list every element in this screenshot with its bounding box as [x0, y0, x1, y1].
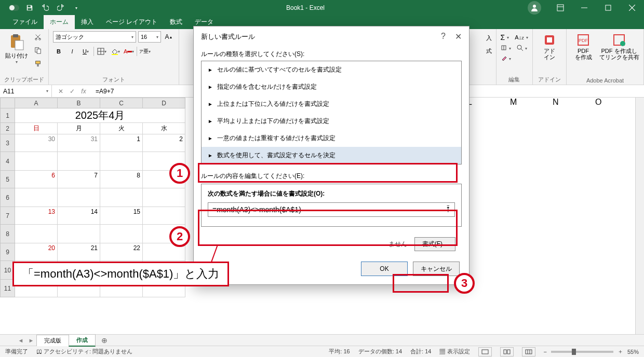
cell-A6[interactable] — [15, 188, 58, 207]
fx-icon[interactable]: fx — [78, 88, 89, 95]
formula-input-field[interactable] — [208, 202, 455, 217]
status-accessibility[interactable]: 🕮 アクセシビリティ: 問題ありません — [36, 348, 132, 355]
border-button[interactable]: ▾ — [96, 46, 108, 57]
col-header-n[interactable]: N — [553, 98, 595, 107]
format-button[interactable]: 書式(F)... — [414, 237, 455, 251]
tab-formulas[interactable]: 数式 — [164, 15, 189, 29]
cell-C7[interactable]: 15 — [100, 207, 143, 225]
enter-formula-icon[interactable]: ✓ — [66, 88, 78, 95]
undo-icon[interactable] — [38, 2, 52, 13]
col-header-o[interactable]: O — [595, 98, 626, 107]
fill-color-button[interactable]: ▾ — [110, 46, 121, 57]
cell-B8[interactable] — [58, 225, 100, 243]
zoom-level[interactable]: 55% — [627, 349, 639, 355]
autosum-icon[interactable]: Σ — [501, 33, 505, 42]
select-all-corner[interactable] — [1, 98, 15, 108]
cell-C3[interactable]: 1 — [100, 134, 143, 152]
dialog-help-button[interactable]: ? — [441, 32, 446, 42]
rule-item-unique-dup[interactable]: ►一意の値または重複する値だけを書式設定 — [202, 130, 461, 147]
range-picker-icon[interactable]: ⭱ — [445, 204, 452, 213]
col-header-d[interactable]: D — [143, 98, 185, 108]
name-box[interactable]: A11▾ — [0, 85, 52, 97]
cell-B9[interactable]: 21 — [58, 243, 100, 261]
cell-D6[interactable] — [143, 188, 185, 207]
display-settings-button[interactable]: ▦ 表示設定 — [439, 348, 469, 355]
cell-C8[interactable] — [100, 225, 143, 243]
cell-C6[interactable] — [100, 188, 143, 207]
cell-C9[interactable]: 22 — [100, 243, 143, 261]
format-painter-icon[interactable] — [32, 58, 44, 70]
cell-D3[interactable]: 2 — [143, 134, 185, 152]
save-icon[interactable] — [23, 2, 36, 13]
redo-icon[interactable] — [54, 2, 68, 13]
format-partial[interactable]: 式 — [486, 47, 492, 55]
maximize-button[interactable] — [596, 0, 620, 16]
page-layout-view-button[interactable] — [500, 347, 514, 356]
tab-file[interactable]: ファイル — [6, 15, 44, 29]
rule-item-top-bottom[interactable]: ►上位または下位に入る値だけを書式設定 — [202, 95, 461, 113]
col-header-a[interactable]: A — [15, 98, 58, 108]
cancel-button[interactable]: キャンセル — [413, 262, 460, 276]
fill-icon[interactable] — [501, 45, 507, 52]
italic-button[interactable]: I — [66, 46, 78, 57]
ok-button[interactable]: OK — [361, 262, 408, 276]
find-icon[interactable] — [517, 45, 523, 52]
rule-item-formula[interactable]: ►数式を使用して、書式設定するセルを決定 — [202, 147, 461, 164]
zoom-out-button[interactable]: − — [544, 349, 547, 355]
font-color-button[interactable]: A▾ — [123, 46, 135, 57]
font-size-combo[interactable]: 16▾ — [138, 31, 161, 43]
create-pdf-button[interactable]: PDF PDF を作成 — [571, 31, 596, 62]
rule-item-average[interactable]: ►平均より上または下の値だけを書式設定 — [202, 113, 461, 130]
cell-B6[interactable] — [58, 188, 100, 207]
row-header-7[interactable]: 7 — [1, 207, 15, 225]
cell-D7[interactable] — [143, 207, 185, 225]
sheet-nav-prev[interactable]: ◄ — [16, 337, 26, 344]
tab-page-layout[interactable]: ページ レイアウト — [100, 15, 164, 29]
sort-filter-icon[interactable]: A↓Z — [515, 34, 524, 40]
cell-C4[interactable] — [100, 152, 143, 171]
cell-B3[interactable]: 31 — [58, 134, 100, 152]
rule-item-contains[interactable]: ►指定の値を含むセルだけを書式設定 — [202, 78, 461, 95]
font-name-combo[interactable]: 游ゴシック▾ — [53, 31, 136, 43]
ribbon-display-icon[interactable] — [548, 0, 572, 16]
cell-A7[interactable]: 13 — [15, 207, 58, 225]
sheet-tab-completed[interactable]: 完成版 — [36, 335, 69, 346]
rule-item-cell-value[interactable]: ►セルの値に基づいてすべてのセルを書式設定 — [202, 61, 461, 78]
cell-B5[interactable]: 7 — [58, 171, 100, 188]
row-header-6[interactable]: 6 — [1, 188, 15, 207]
tab-home[interactable]: ホーム — [44, 15, 75, 29]
cell-B4[interactable] — [58, 152, 100, 171]
page-break-view-button[interactable] — [522, 347, 535, 356]
cell-A5[interactable]: 6 — [15, 171, 58, 188]
insert-partial[interactable]: 入 — [486, 34, 492, 42]
row-header-3[interactable]: 3 — [1, 134, 15, 152]
dialog-close-button[interactable]: ✕ — [455, 32, 462, 42]
increase-font-icon[interactable]: A▲ — [163, 31, 175, 43]
row-header-1[interactable]: 1 — [1, 108, 15, 123]
col-header-b[interactable]: B — [58, 98, 100, 108]
cell-B7[interactable]: 14 — [58, 207, 100, 225]
qat-customize-icon[interactable]: ▾ — [70, 2, 83, 13]
row-header-5[interactable]: 5 — [1, 171, 15, 188]
sheet-tab-working[interactable]: 作成 — [69, 334, 96, 347]
col-header-l[interactable]: L — [467, 98, 510, 107]
row-header-8[interactable]: 8 — [1, 225, 15, 243]
user-avatar[interactable] — [528, 1, 541, 15]
sheet-nav-next[interactable]: ► — [26, 337, 36, 344]
paste-button[interactable]: 貼り付け ▾ — [4, 31, 29, 66]
cell-A8[interactable] — [15, 225, 58, 243]
row-header-2[interactable]: 2 — [1, 123, 15, 134]
row-header-9[interactable]: 9 — [1, 243, 15, 261]
normal-view-button[interactable] — [478, 347, 492, 356]
col-header-m[interactable]: M — [510, 98, 553, 107]
bold-button[interactable]: B — [53, 46, 64, 57]
cut-icon[interactable] — [32, 31, 44, 43]
cell-A4[interactable] — [15, 152, 58, 171]
clear-icon[interactable] — [501, 55, 507, 62]
tab-insert[interactable]: 挿入 — [75, 15, 100, 29]
new-sheet-button[interactable]: ⊕ — [98, 336, 111, 345]
cancel-formula-icon[interactable]: ✕ — [55, 88, 66, 95]
cell-A9[interactable]: 20 — [15, 243, 58, 261]
cell-C5[interactable]: 8 — [100, 171, 143, 188]
zoom-control[interactable]: − ＋ 55% — [544, 348, 639, 355]
